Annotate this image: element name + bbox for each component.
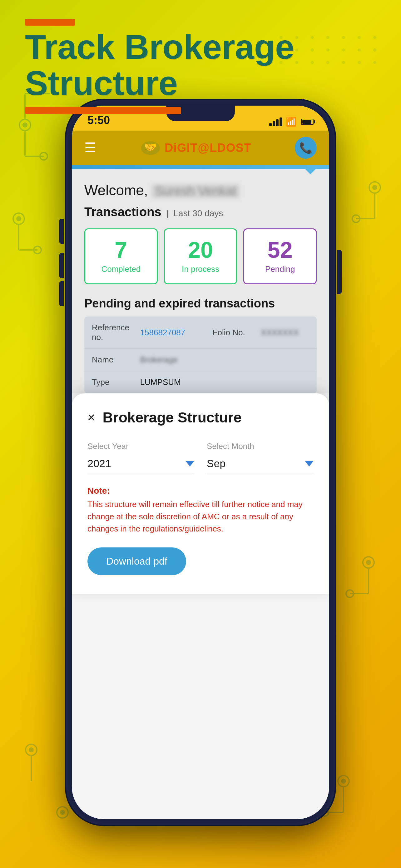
month-value: Sep	[207, 458, 226, 470]
app-header: ☰ 🤝 DiGIT@LDOST 📞	[72, 131, 329, 165]
table-row-reference: Reference no. 1586827087 Folio No. XXXXX…	[84, 316, 317, 349]
type-value: LUMPSUM	[140, 377, 213, 387]
close-button[interactable]: ×	[88, 411, 95, 424]
table-row-type: Type LUMPSUM	[84, 371, 317, 393]
transactions-period: Last 30 days	[174, 208, 223, 218]
note-label: Note:	[88, 486, 313, 496]
stats-grid: 7 Completed 20 In process 52 Pending	[84, 228, 317, 284]
year-group: Select Year 2021	[88, 441, 194, 473]
svg-point-26	[60, 810, 65, 815]
transactions-header: Transactions | Last 30 days	[84, 205, 317, 219]
header-accent-top	[25, 19, 75, 26]
brokerage-sheet: × Brokerage Structure Select Year 2021 S…	[72, 393, 329, 594]
chevron-down-icon	[186, 461, 194, 466]
in-process-number: 20	[171, 239, 230, 261]
month-label: Select Month	[207, 441, 313, 451]
phone-frame: 5:50 📶 ☰	[66, 100, 335, 825]
logo-text: DiGIT@LDOST	[165, 141, 252, 155]
svg-text:🤝: 🤝	[144, 141, 157, 153]
pending-number: 52	[250, 239, 309, 261]
phone-screen: 5:50 📶 ☰	[72, 105, 329, 819]
svg-point-13	[372, 185, 377, 190]
page-title: Track Brokerage Structure	[25, 29, 376, 101]
pending-section-title: Pending and expired transactions	[84, 297, 317, 310]
year-select[interactable]: 2021	[88, 454, 194, 473]
chat-button[interactable]: 📞	[295, 137, 317, 159]
status-time: 5:50	[88, 114, 110, 127]
main-content: Welcome, Suresh Venkat Transactions | La…	[72, 169, 329, 393]
year-value: 2021	[88, 458, 111, 470]
svg-point-23	[29, 747, 34, 752]
stat-card-completed[interactable]: 7 Completed	[84, 228, 158, 284]
chevron-down-icon-2	[305, 461, 313, 466]
svg-point-28	[341, 779, 346, 784]
logo-icon: 🤝	[140, 140, 162, 157]
blue-accent-bar	[72, 165, 329, 169]
transactions-title: Transactions	[84, 205, 162, 219]
svg-point-18	[366, 560, 371, 565]
svg-point-11	[34, 246, 41, 254]
svg-point-17	[363, 557, 374, 568]
svg-point-7	[13, 213, 24, 224]
svg-point-4	[40, 153, 47, 160]
header-accent-bottom	[25, 107, 181, 114]
pending-label: Pending	[250, 264, 309, 274]
svg-point-8	[16, 216, 21, 221]
note-box: Note: This structure will remain effecti…	[88, 486, 313, 535]
download-button[interactable]: Download pdf	[88, 548, 186, 575]
table-row-name: Name Brokerage	[84, 349, 317, 371]
in-process-label: In process	[171, 264, 230, 274]
svg-point-27	[338, 776, 349, 787]
svg-point-22	[26, 744, 37, 755]
status-icons: 📶	[269, 117, 313, 127]
stat-card-pending[interactable]: 52 Pending	[243, 228, 317, 284]
reference-value[interactable]: 1586827087	[140, 328, 213, 337]
filter-form: Select Year 2021 Select Month Sep	[88, 441, 313, 473]
year-label: Select Year	[88, 441, 194, 451]
stat-card-in-process[interactable]: 20 In process	[164, 228, 237, 284]
type-label: Type	[92, 377, 140, 387]
completed-number: 7	[92, 239, 151, 261]
reference-label: Reference no.	[92, 323, 140, 342]
sheet-header: × Brokerage Structure	[88, 409, 313, 426]
svg-point-1	[23, 122, 28, 127]
wifi-icon: 📶	[286, 117, 297, 127]
transaction-table: Reference no. 1586827087 Folio No. XXXXX…	[84, 316, 317, 393]
name-value: Brokerage	[140, 355, 213, 365]
svg-point-12	[369, 182, 380, 193]
folio-label: Folio No.	[213, 328, 261, 337]
name-label: Name	[92, 355, 140, 365]
battery-icon	[301, 119, 313, 125]
svg-point-21	[346, 590, 354, 597]
folio-value: XXXXXXX	[261, 328, 309, 337]
month-group: Select Month Sep	[207, 441, 313, 473]
logo-area: 🤝 DiGIT@LDOST	[102, 140, 289, 157]
signal-icon	[269, 118, 282, 126]
month-select[interactable]: Sep	[207, 454, 313, 473]
menu-icon[interactable]: ☰	[84, 141, 96, 154]
svg-point-0	[20, 119, 31, 131]
page-header: Track Brokerage Structure	[25, 19, 376, 114]
user-name: Suresh Venkat	[152, 184, 239, 198]
note-text: This structure will remain effective til…	[88, 498, 313, 535]
phone-wrapper: 5:50 📶 ☰	[66, 100, 335, 825]
svg-point-16	[352, 215, 360, 222]
welcome-text: Welcome, Suresh Venkat	[84, 182, 317, 199]
completed-label: Completed	[92, 264, 151, 274]
sheet-title: Brokerage Structure	[103, 409, 242, 426]
